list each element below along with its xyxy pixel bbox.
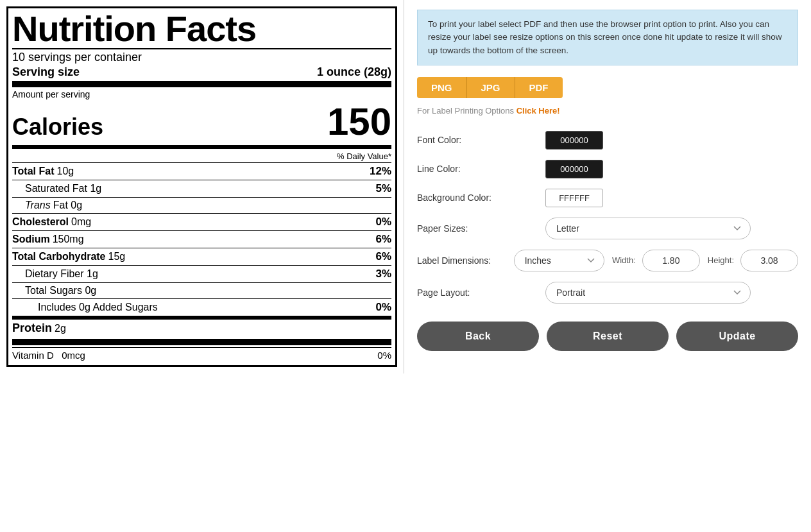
medium-bar-1 [12, 145, 391, 149]
vitamin-pct: 0% [377, 350, 391, 361]
nutrient-amount: 150mg [53, 234, 84, 245]
bg-color-label: Background Color: [417, 193, 545, 203]
update-button[interactable]: Update [676, 322, 798, 351]
bg-color-input[interactable]: FFFFFF [545, 189, 603, 207]
line-color-label: Line Color: [417, 164, 545, 174]
nutrient-name: Includes 0g Added Sugars [38, 302, 158, 313]
nutrient-row-added-sugars: Includes 0g Added Sugars 0% [12, 298, 391, 316]
png-button[interactable]: PNG [417, 77, 467, 98]
nutrient-pct: 6% [375, 233, 391, 246]
nutrient-left: Dietary Fiber 1g [12, 268, 98, 280]
nutrient-left: Saturated Fat 1g [12, 183, 101, 194]
line-color-input[interactable]: 000000 [545, 160, 603, 178]
protein-label: Protein [12, 322, 52, 335]
nutrient-row-sodium: Sodium 150mg 6% [12, 230, 391, 248]
nutrient-left: TransFat 0g [12, 200, 82, 211]
daily-value-header: % Daily Value* [12, 150, 391, 162]
reset-button[interactable]: Reset [547, 322, 669, 351]
amount-per-serving: Amount per serving [12, 89, 391, 99]
serving-size-row: Serving size 1 ounce (28g) [12, 65, 391, 79]
height-input[interactable] [740, 250, 798, 271]
nutrient-pct: 12% [370, 165, 391, 178]
nutrient-row-sugars: Total Sugars 0g [12, 282, 391, 298]
unit-select[interactable]: Inches Centimeters [514, 250, 604, 271]
nutrient-pct: 3% [375, 268, 391, 280]
nutrient-amount: 10g [56, 166, 74, 177]
nutrient-row-cholesterol: Cholesterol 0mg 0% [12, 213, 391, 230]
protein-value: 2g [55, 323, 66, 334]
nutrient-name: Total Carbohydrate [12, 251, 106, 262]
nutrient-pct: 5% [375, 182, 391, 195]
calories-label: Calories [12, 114, 103, 141]
format-buttons: PNG JPG PDF [417, 77, 798, 98]
paper-size-select[interactable]: Letter A4 A5 Legal [545, 218, 751, 239]
nutrient-name: Cholesterol [12, 216, 69, 228]
left-panel: Nutrition Facts 10 servings per containe… [0, 0, 404, 532]
vitamin-name: Vitamin D 0mcg [12, 350, 85, 361]
pdf-button[interactable]: PDF [515, 77, 563, 98]
serving-size-label: Serving size [12, 65, 80, 79]
line-color-group: Line Color: 000000 [417, 160, 798, 178]
calories-value: 150 [327, 99, 391, 144]
paper-sizes-group: Paper Sizes: Letter A4 A5 Legal [417, 218, 798, 239]
nutrient-amount: 15g [108, 251, 126, 262]
nutrient-left: Includes 0g Added Sugars [12, 302, 158, 313]
serving-size-value: 1 ounce (28g) [317, 65, 391, 79]
print-label-link[interactable]: Click Here! [516, 106, 560, 116]
font-color-input[interactable]: 000000 [545, 131, 603, 150]
nutrient-left: Total Fat 10g [12, 166, 74, 177]
nutrient-left: Total Carbohydrate 15g [12, 251, 125, 262]
paper-sizes-label: Paper Sizes: [417, 223, 545, 234]
nutrient-name: Total Sugars 0g [25, 285, 96, 296]
width-group: Width: [612, 250, 700, 271]
nutrition-title: Nutrition Facts [12, 11, 391, 47]
label-dimensions-group: Label Dimensions: Inches Centimeters Wid… [417, 250, 798, 271]
vitamin-row-d: Vitamin D 0mcg 0% [12, 347, 391, 363]
nutrient-left: Protein 2g [12, 322, 66, 335]
info-box: To print your label select PDF and then … [417, 10, 798, 65]
nutrient-row-carb: Total Carbohydrate 15g 6% [12, 248, 391, 265]
nutrient-amount: 0mg [71, 216, 91, 228]
height-label: Height: [708, 255, 734, 265]
nutrient-pct: 0% [375, 216, 391, 228]
nutrient-name: Dietary Fiber 1g [25, 268, 98, 280]
nutrient-name: Saturated Fat 1g [25, 183, 101, 194]
back-button[interactable]: Back [417, 322, 539, 351]
print-link-row: For Label Printing Options Click Here! [417, 106, 798, 116]
page-layout-group: Page Layout: Portrait Landscape [417, 282, 798, 304]
font-color-group: Font Color: 000000 [417, 131, 798, 150]
page-layout-label: Page Layout: [417, 287, 545, 298]
calories-row: Calories 150 [12, 99, 391, 144]
nutrient-amount: Fat 0g [53, 200, 82, 211]
print-label-text: For Label Printing Options [417, 106, 514, 116]
nutrient-name: Sodium [12, 234, 50, 245]
nutrient-left: Sodium 150mg [12, 234, 84, 245]
nutrition-label: Nutrition Facts 10 servings per containe… [6, 6, 397, 367]
jpg-button[interactable]: JPG [467, 77, 515, 98]
nutrient-row-protein: Protein 2g [12, 316, 391, 337]
servings-per-container: 10 servings per container [12, 51, 391, 64]
width-label: Width: [612, 255, 636, 265]
nutrient-row-sat-fat: Saturated Fat 1g 5% [12, 180, 391, 197]
trans-label: Trans [25, 200, 51, 211]
nutrient-row-trans-fat: TransFat 0g [12, 197, 391, 213]
bg-color-group: Background Color: FFFFFF [417, 189, 798, 207]
label-dimensions-label: Label Dimensions: [417, 255, 506, 266]
nutrient-name: Total Fat [12, 166, 54, 177]
nutrient-pct: 0% [375, 301, 391, 314]
nutrient-pct: 6% [375, 250, 391, 263]
nutrient-left: Cholesterol 0mg [12, 216, 91, 228]
nutrient-row-fiber: Dietary Fiber 1g 3% [12, 265, 391, 282]
nutrient-left: Total Sugars 0g [12, 285, 96, 296]
font-color-label: Font Color: [417, 135, 545, 145]
height-group: Height: [708, 250, 798, 271]
action-buttons: Back Reset Update [417, 322, 798, 351]
thick-bar-2 [12, 339, 391, 345]
page-layout-select[interactable]: Portrait Landscape [545, 282, 751, 304]
width-input[interactable] [642, 250, 700, 271]
thick-bar-1 [12, 81, 391, 87]
nutrient-row-total-fat: Total Fat 10g 12% [12, 162, 391, 180]
right-panel: To print your label select PDF and then … [404, 0, 811, 532]
